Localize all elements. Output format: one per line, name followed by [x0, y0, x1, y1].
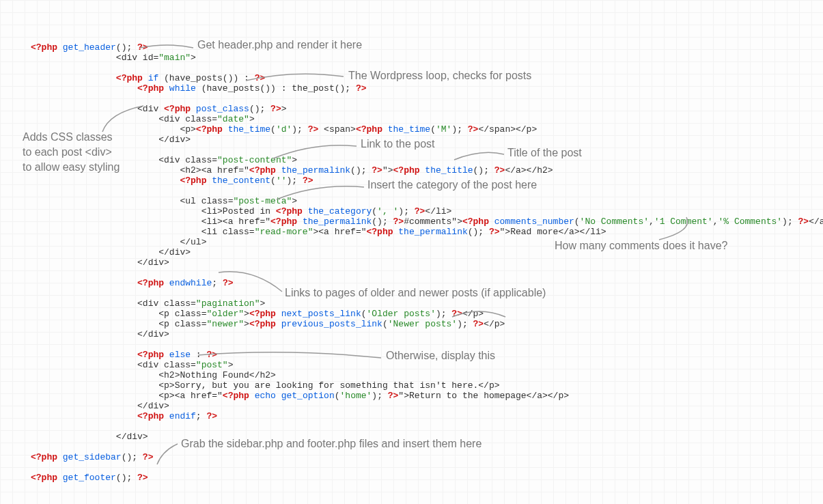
code-line: <h2>Nothing Found</h2> — [31, 370, 276, 380]
annotation-sidebar-footer: Grab the sidebar.php and footer.php file… — [181, 436, 482, 451]
annotation-header: Get header.php and render it here — [197, 38, 362, 53]
code-line: <?php get_footer(); ?> — [31, 473, 148, 483]
annotation-link: Link to the post — [361, 137, 435, 152]
arrow-icon — [452, 306, 507, 320]
arrow-icon — [454, 150, 505, 164]
code-line: <?php endif; ?> — [31, 411, 217, 421]
code-line: </ul> — [31, 237, 206, 247]
code-line: <p class="newer"><?php previous_posts_li… — [31, 319, 505, 329]
arrow-icon — [246, 71, 345, 85]
code-line: <div <?php post_class(); ?>> — [31, 104, 287, 114]
code-line: </div> — [31, 329, 169, 339]
arrow-icon — [157, 444, 179, 466]
code-line: <li class="read-more"><a href="<?php the… — [31, 227, 606, 237]
code-line: <?php get_sidebar(); ?> — [31, 452, 153, 462]
code-line: <ul class="post-meta"> — [31, 196, 297, 206]
code-line: </div> — [31, 432, 148, 442]
code-line: <div id="main"> — [31, 53, 196, 63]
annotation-post-class: Adds CSS classes to each post <div> to a… — [23, 130, 120, 175]
code-line: </div> — [31, 247, 191, 257]
arrow-icon — [102, 106, 150, 133]
code-line: <li>Posted in <?php the_category(', '); … — [31, 206, 451, 216]
code-line: <div class="pagination"> — [31, 298, 265, 309]
annotation-else: Otherwise, display this — [386, 348, 495, 363]
code-line: </div> — [31, 401, 169, 411]
annotation-comments: How many comments does it have? — [555, 238, 727, 253]
annotation-category: Insert the category of the post here — [367, 178, 537, 193]
arrow-icon — [219, 270, 283, 294]
code-line: <?php else : ?> — [31, 350, 217, 360]
code-line: <li><a href="<?php the_permalink(); ?>#c… — [31, 216, 823, 227]
arrow-icon — [140, 44, 195, 52]
code-line: <?php endwhile; ?> — [31, 278, 233, 288]
arrow-icon — [198, 351, 382, 365]
code-line: <?php get_header(); ?> — [31, 42, 148, 53]
code-line: <p><a href="<?php echo get_option('home'… — [31, 391, 569, 401]
code-line: <p>Sorry, but you are looking for someth… — [31, 380, 500, 391]
code-line: <?php while (have_posts()) : the_post();… — [31, 83, 367, 94]
annotation-pagination: Links to pages of older and newer posts … — [285, 285, 546, 300]
code-line: <p class="older"><?php next_posts_link('… — [31, 309, 484, 319]
code-line: <?php if (have_posts()) : ?> — [31, 73, 265, 83]
code-line: <?php the_content(''); ?> — [31, 176, 313, 186]
arrow-icon — [659, 217, 693, 241]
arrow-icon — [277, 184, 365, 201]
code-line: </div> — [31, 257, 169, 268]
arrow-icon — [273, 143, 359, 160]
annotation-loop: The Wordpress loop, checks for posts — [348, 68, 531, 83]
annotation-title: Title of the post — [507, 145, 582, 160]
